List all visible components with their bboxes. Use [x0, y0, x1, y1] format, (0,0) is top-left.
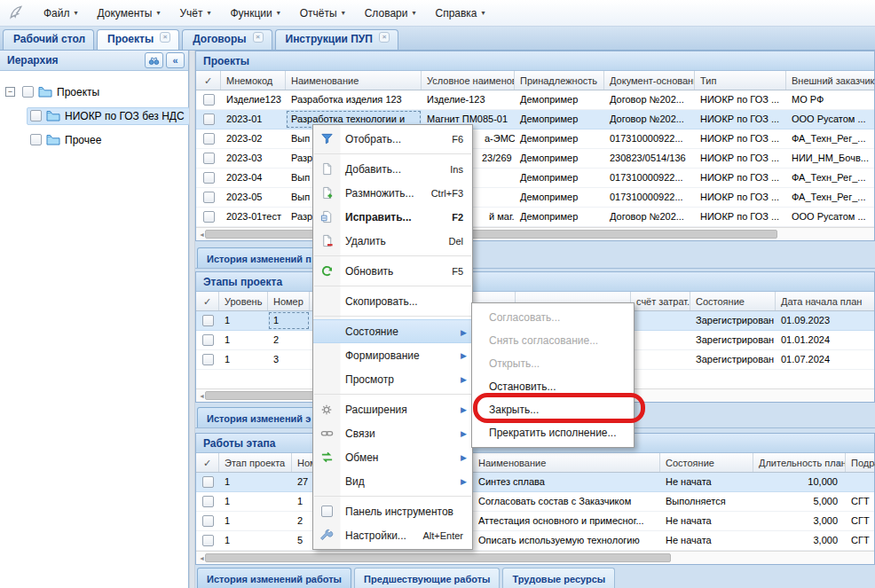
context-menu-item[interactable]: Обмен▶: [313, 445, 472, 469]
column-header[interactable]: Дата начала план: [776, 292, 875, 310]
tree-item[interactable]: Прочее: [5, 128, 188, 152]
table-row[interactable]: 11Согласовать состав с ЗаказчикомВыполня…: [196, 492, 874, 512]
table-row[interactable]: 2023-02Выпа-ЭМСДемопример017310000922...…: [196, 129, 874, 149]
table-row[interactable]: 127Синтез сплаваНе начата10,000: [196, 473, 874, 492]
context-menu-item[interactable]: Скопировать...: [313, 289, 472, 313]
column-header[interactable]: Наименование: [286, 71, 422, 90]
submenu-item[interactable]: Согласовать...: [472, 306, 634, 329]
submenu-item[interactable]: Остановить...: [472, 375, 634, 398]
scrollbar-thumb[interactable]: [205, 553, 671, 562]
context-menu-item[interactable]: Добавить...Ins: [313, 157, 472, 181]
tree-expander-icon[interactable]: −: [5, 87, 15, 97]
context-menu-item[interactable]: Панель инструментов: [313, 499, 472, 523]
column-header[interactable]: ✓: [196, 292, 219, 310]
horizontal-scrollbar[interactable]: ◄: [196, 551, 874, 564]
scroll-left-icon[interactable]: ◄: [199, 231, 205, 238]
table-row[interactable]: Изделие123Разработка изделия 123Изделие-…: [196, 90, 874, 110]
column-header[interactable]: ✓: [196, 71, 221, 90]
table-row[interactable]: 12Аттестация основного и примесног...Не …: [196, 512, 874, 531]
close-icon[interactable]: ×: [253, 32, 264, 43]
scroll-left-icon[interactable]: ◄: [199, 393, 205, 399]
context-menu-item[interactable]: Вид▶: [313, 469, 472, 493]
collapse-button[interactable]: «: [166, 52, 185, 68]
row-checkbox[interactable]: [202, 354, 214, 365]
row-checkbox[interactable]: [203, 172, 215, 184]
table-row[interactable]: 2023-01тестРазрй маг...ДемопримерДоговор…: [196, 208, 874, 227]
tree-item[interactable]: НИОКР по ГОЗ без НДС: [5, 104, 188, 128]
column-header[interactable]: Состояние: [690, 292, 776, 310]
row-checkbox[interactable]: [202, 535, 214, 546]
scroll-left-icon[interactable]: ◄: [199, 555, 205, 561]
context-menu-item[interactable]: Отобрать...F6: [313, 127, 472, 151]
tree-checkbox[interactable]: [30, 110, 42, 122]
row-checkbox[interactable]: [203, 211, 215, 223]
context-menu-item[interactable]: Формирование▶: [313, 343, 472, 367]
context-menu-item[interactable]: Исправить...F2: [313, 205, 472, 229]
menubar-item[interactable]: Отчёты▾: [290, 3, 355, 24]
column-header[interactable]: Этап проекта: [219, 453, 292, 472]
menubar-item[interactable]: Функции▾: [220, 3, 289, 24]
context-menu-item[interactable]: Просмотр▶: [313, 367, 472, 391]
column-header[interactable]: Принадлежность: [515, 71, 604, 90]
row-checkbox[interactable]: [202, 476, 214, 488]
row-checkbox[interactable]: [203, 153, 215, 164]
search-button[interactable]: [145, 52, 163, 68]
tree-checkbox[interactable]: [30, 134, 42, 145]
splitter[interactable]: [189, 51, 195, 588]
tab-labor-resources[interactable]: Трудовые ресурсы: [502, 568, 615, 588]
context-menu-item[interactable]: ОбновитьF5: [313, 259, 472, 283]
column-header[interactable]: Документ-основание: [604, 71, 695, 90]
menubar-item[interactable]: Файл▾: [34, 3, 88, 24]
row-checkbox[interactable]: [203, 192, 215, 203]
table-row[interactable]: 2023-05ВыпДемопример017310000922...НИОКР…: [196, 188, 874, 208]
context-menu-item[interactable]: Размножить...Ctrl+F3: [313, 181, 472, 205]
scrollbar-thumb[interactable]: [205, 230, 777, 239]
context-menu-item[interactable]: Настройки...Alt+Enter: [313, 523, 472, 547]
column-header[interactable]: Внешний заказчик: [786, 71, 875, 90]
row-checkbox[interactable]: [202, 315, 214, 326]
column-header[interactable]: Номер: [268, 292, 310, 310]
table-row[interactable]: 2023-03Разр23/269Демопример230823/0514/1…: [196, 149, 874, 169]
row-checkbox[interactable]: [202, 334, 214, 346]
submenu-item[interactable]: Снять согласование...: [472, 329, 634, 352]
column-header[interactable]: Длительность план▼: [753, 453, 846, 472]
column-header[interactable]: Подразделение: [846, 453, 875, 472]
column-header[interactable]: Условное наименование: [422, 71, 515, 90]
workspace-tab[interactable]: Рабочий стол: [3, 29, 94, 50]
menubar-item[interactable]: Документы▾: [88, 3, 170, 24]
table-row[interactable]: 1501-СГТ-005Описать используемую техноло…: [196, 531, 874, 551]
column-header[interactable]: ✓: [196, 453, 219, 472]
column-header[interactable]: Тип: [695, 71, 786, 90]
submenu-item[interactable]: Открыть...: [472, 352, 634, 375]
menubar-item[interactable]: Словари▾: [355, 3, 426, 24]
close-icon[interactable]: ×: [379, 32, 390, 43]
tree-item[interactable]: −Проекты: [5, 80, 188, 104]
table-row[interactable]: 2023-04ВыпДемопример017310000922...НИОКР…: [196, 169, 874, 188]
tree-checkbox[interactable]: [22, 86, 34, 98]
row-checkbox[interactable]: [203, 133, 215, 145]
context-menu-item[interactable]: Состояние▶: [313, 319, 472, 343]
submenu-item[interactable]: Прекратить исполнение...: [472, 421, 634, 444]
menubar-item[interactable]: Справка▾: [425, 3, 494, 24]
workspace-tab[interactable]: Инструкции ПУП×: [275, 29, 398, 50]
table-row[interactable]: 2023-01Разработка технологии иМагнит ПМ0…: [196, 110, 874, 129]
column-header[interactable]: счёт затрат.: [631, 292, 690, 310]
close-icon[interactable]: ×: [160, 32, 170, 43]
row-checkbox[interactable]: [202, 496, 214, 507]
column-header[interactable]: Наименование: [473, 453, 660, 472]
row-checkbox[interactable]: [202, 515, 214, 527]
column-header[interactable]: Мнемокод: [221, 71, 286, 90]
context-menu-item[interactable]: УдалитьDel: [313, 229, 472, 253]
menubar-item[interactable]: Учёт▾: [169, 3, 220, 24]
submenu-item[interactable]: Закрыть...: [472, 398, 634, 421]
row-checkbox[interactable]: [203, 94, 215, 106]
horizontal-scrollbar[interactable]: ◄: [196, 227, 874, 240]
workspace-tab[interactable]: Договоры×: [182, 29, 272, 50]
column-header[interactable]: Уровень: [219, 292, 268, 310]
tab-work-change-history[interactable]: История изменений работы: [197, 568, 351, 588]
context-menu-item[interactable]: Связи▶: [313, 421, 472, 445]
row-checkbox[interactable]: [203, 114, 215, 125]
workspace-tab[interactable]: Проекты×: [97, 29, 179, 50]
tab-preceding-works[interactable]: Предшествующие работы: [354, 568, 500, 588]
column-header[interactable]: Состояние: [660, 453, 753, 472]
